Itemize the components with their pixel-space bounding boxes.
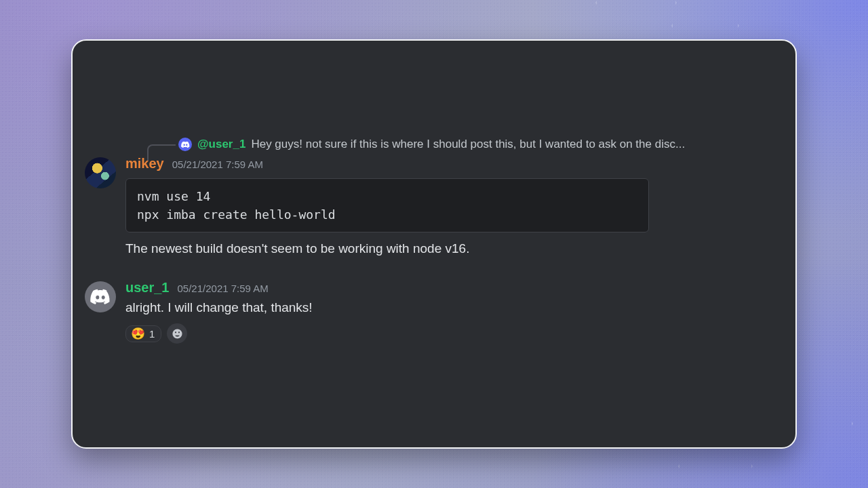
message-timestamp: 05/21/2021 7:59 AM [178, 283, 269, 294]
avatar[interactable] [85, 281, 116, 312]
heart-eyes-emoji-icon: 😍 [131, 328, 145, 340]
discord-logo-icon [90, 287, 111, 307]
message-timestamp: 05/21/2021 7:59 AM [172, 159, 263, 170]
reply-preview-text[interactable]: Hey guys! not sure if this is where I sh… [251, 138, 685, 151]
avatar[interactable] [85, 157, 116, 188]
reply-preview[interactable]: @user_1 Hey guys! not sure if this is wh… [178, 137, 776, 152]
message-body: alright. I will change that, thanks! [125, 298, 776, 317]
message-username[interactable]: user_1 [125, 280, 170, 296]
chat-window: @user_1 Hey guys! not sure if this is wh… [71, 39, 797, 449]
chat-message[interactable]: @user_1 Hey guys! not sure if this is wh… [73, 136, 776, 260]
reaction-count: 1 [149, 328, 155, 340]
reaction-chip[interactable]: 😍 1 [125, 325, 161, 342]
chat-message[interactable]: user_1 05/21/2021 7:59 AM alright. I wil… [73, 279, 776, 346]
code-block[interactable]: nvm use 14 npx imba create hello-world [125, 178, 649, 232]
reply-username[interactable]: @user_1 [197, 138, 245, 151]
reaction-bar: 😍 1 [125, 323, 776, 344]
message-body: The newest build doesn't seem to be work… [125, 239, 776, 258]
discord-logo-icon [178, 138, 192, 151]
message-list: @user_1 Hey guys! not sure if this is wh… [73, 136, 795, 359]
smiley-plus-icon [172, 328, 183, 340]
reply-spine-icon [147, 144, 176, 161]
bg-hex-icon [595, 0, 677, 38]
add-reaction-button[interactable] [167, 323, 187, 344]
